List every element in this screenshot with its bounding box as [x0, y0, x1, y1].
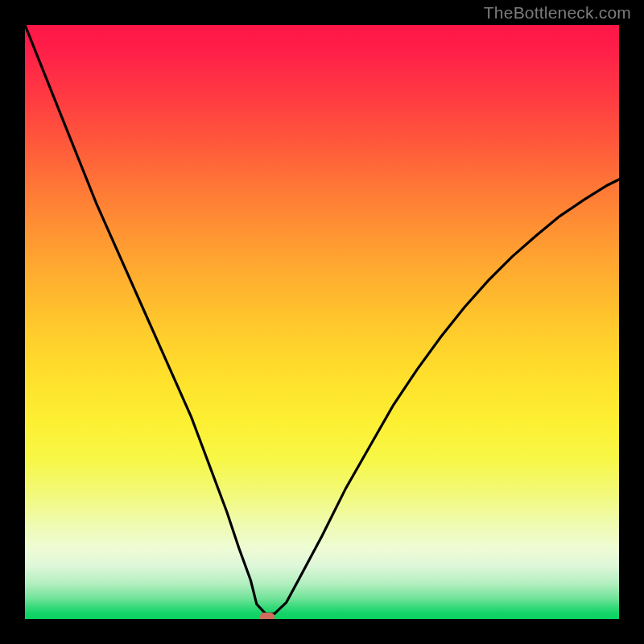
svg-rect-0	[260, 613, 275, 619]
bottleneck-curve	[25, 25, 619, 619]
optimal-marker	[260, 613, 275, 619]
watermark-text: TheBottleneck.com	[484, 3, 631, 23]
chart-frame: TheBottleneck.com	[0, 0, 644, 644]
plot-area	[25, 25, 619, 619]
